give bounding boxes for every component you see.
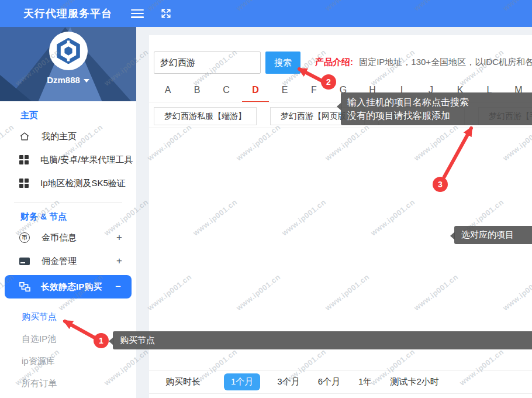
duration-option[interactable]: 1年 xyxy=(357,373,373,390)
product-intro-text: 固定IP地址，130+全国地区，以IDC机房和各大 xyxy=(359,57,532,67)
duration-option[interactable]: 1个月 xyxy=(224,373,260,390)
brand-logo xyxy=(49,32,88,70)
top-bar: 天行代理服务平台 xyxy=(0,0,532,27)
sidebar-item-label: 佣金管理 xyxy=(42,256,77,267)
divider xyxy=(149,393,532,394)
expand-plus-icon[interactable]: + xyxy=(116,255,122,267)
letter-tab[interactable]: C xyxy=(212,82,241,98)
sidebar-item-label: 电脑/安卓/苹果代理工具 xyxy=(40,155,133,166)
divider xyxy=(149,370,532,370)
product-intro: 产品介绍: 固定IP地址，130+全国地区，以IDC机房和各大 xyxy=(315,57,532,70)
arrow-step3 xyxy=(437,120,482,181)
tooltip-step2: 输入挂机的项目名称点击搜索 没有的项目请找客服添加 xyxy=(341,92,532,125)
fullscreen-icon[interactable] xyxy=(160,8,172,19)
step-circle-2: 2 xyxy=(321,74,336,90)
duration-option[interactable]: 6个月 xyxy=(317,373,341,390)
app-title: 天行代理服务平台 xyxy=(23,6,112,20)
network-icon xyxy=(19,282,30,292)
chevron-down-icon xyxy=(84,79,89,83)
step-circle-1: 1 xyxy=(94,333,109,348)
letter-tab[interactable]: A xyxy=(153,82,182,98)
sidebar-item-label: 我的主页 xyxy=(42,131,77,142)
tooltip-step3: 选对应的项目 xyxy=(454,226,532,244)
sidebar-item-static-ip-buy[interactable]: 长效静态IP购买 − xyxy=(5,275,132,298)
duration-option[interactable]: 3个月 xyxy=(276,373,300,390)
sidebar-header: Dzm888 xyxy=(0,27,136,101)
sidebar-item-commission[interactable]: 佣金管理 + xyxy=(0,249,136,273)
card-icon xyxy=(19,258,30,265)
grid-icon xyxy=(19,155,29,164)
search-input[interactable] xyxy=(154,52,261,74)
hexagon-logo-icon xyxy=(56,38,81,64)
user-menu[interactable]: Dzm888 xyxy=(0,75,136,85)
submenu-item-all-orders[interactable]: 所有订单 xyxy=(0,372,136,394)
grid-icon xyxy=(19,179,29,188)
step-circle-3: 3 xyxy=(433,177,448,192)
collapse-minus-icon[interactable]: − xyxy=(115,281,121,293)
sidebar-item-ip-check[interactable]: Ip地区检测及SK5验证 xyxy=(0,171,136,195)
username: Dzm888 xyxy=(47,75,80,85)
tooltip-step1: 购买节点 xyxy=(113,331,532,349)
sidebar-item-proxy-tools[interactable]: 电脑/安卓/苹果代理工具 xyxy=(0,148,136,171)
sidebar-item-label: 长效静态IP购买 xyxy=(41,282,102,293)
tooltip-step2-line2: 没有的项目请找客服添加 xyxy=(347,109,532,122)
sidebar-item-label: 金币信息 xyxy=(42,232,77,243)
coin-icon: 币 xyxy=(19,232,30,243)
sidebar-item-label: Ip地区检测及SK5验证 xyxy=(40,178,126,189)
section-home: 主页 xyxy=(0,101,136,125)
letter-tab[interactable]: D xyxy=(241,82,270,98)
game-project-button[interactable]: 梦幻西游私服【端游】 xyxy=(154,107,257,125)
expand-plus-icon[interactable]: + xyxy=(116,232,122,243)
sidebar-item-coin-info[interactable]: 币 金币信息 + xyxy=(0,226,136,249)
submenu-item-ip-library[interactable]: ip资源库 xyxy=(0,350,136,372)
letter-tab[interactable]: B xyxy=(182,82,212,98)
duration-options: 1个月 3个月 6个月 1年 测试卡2小时 xyxy=(224,373,440,390)
section-finance: 财务 & 节点 xyxy=(0,203,136,226)
tooltip-step2-line1: 输入挂机的项目名称点击搜索 xyxy=(347,95,532,109)
duration-option[interactable]: 测试卡2小时 xyxy=(389,373,440,390)
duration-label: 购买时长 xyxy=(165,376,201,387)
sidebar-item-my-home[interactable]: 我的主页 xyxy=(0,125,136,148)
menu-toggle-icon[interactable] xyxy=(131,9,144,18)
purchase-duration-row: 购买时长 1个月 3个月 6个月 1年 测试卡2小时 xyxy=(165,373,440,390)
home-icon xyxy=(19,131,30,142)
